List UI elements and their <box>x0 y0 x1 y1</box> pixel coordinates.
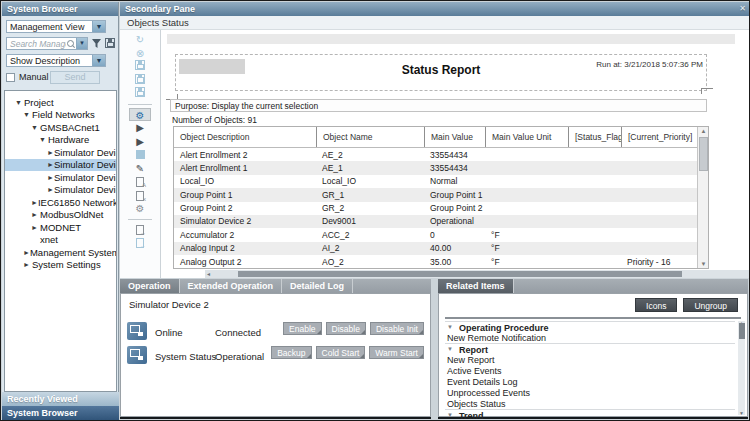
expander-closed-icon[interactable]: ► <box>47 174 54 181</box>
cold-start-button[interactable]: Cold Start <box>316 346 366 359</box>
ungroup-button[interactable]: Ungroup <box>683 298 738 312</box>
tree-item-iec61850-network1[interactable]: ►IEC61850 Network1 <box>5 196 116 209</box>
related-group-report[interactable]: ▼Report <box>445 343 735 355</box>
table-row[interactable]: Alert Enrollment 1AE_133554434 <box>174 161 697 174</box>
related-item-unprocessed-events[interactable]: Unprocessed Events <box>445 387 735 398</box>
tree-item-xnet[interactable]: xnet <box>5 234 116 247</box>
tab-extended-operation[interactable]: Extended Operation <box>180 279 283 293</box>
expander-closed-icon[interactable]: ► <box>47 161 54 168</box>
close-icon[interactable]: ✕ <box>739 4 746 13</box>
column-header[interactable]: Main Value Unit <box>485 127 568 147</box>
column-header[interactable]: Object Name <box>316 127 424 147</box>
scroll-down-icon[interactable]: ▼ <box>698 261 709 267</box>
run-options-icon[interactable]: ▶ <box>129 135 151 149</box>
save-view-icon[interactable] <box>105 38 115 48</box>
chevron-down-icon[interactable]: ▼ <box>92 55 105 66</box>
save-icon[interactable] <box>129 60 151 74</box>
table-row[interactable]: Simulator Device 2Dev9001Operational <box>174 215 697 228</box>
expander-open-icon[interactable]: ▼ <box>447 412 456 418</box>
tab-detailed-log[interactable]: Detailed Log <box>282 279 353 293</box>
chevron-down-icon[interactable]: ▼ <box>92 21 105 32</box>
export-pdf-icon[interactable]: A <box>129 175 151 189</box>
run-icon[interactable]: ▶ <box>129 121 151 135</box>
expander-open-icon[interactable]: ▼ <box>23 111 32 118</box>
settings-gear-icon[interactable]: ⚙ <box>129 108 151 122</box>
description-mode-dropdown[interactable]: Show Description ▼ <box>6 54 106 67</box>
scrollbar-thumb[interactable] <box>238 271 682 277</box>
tree-item-gmsbacnet1[interactable]: ▼GMSBACnet1 <box>5 121 116 134</box>
manual-checkbox[interactable] <box>6 73 15 82</box>
backup-button[interactable]: Backup <box>271 346 311 359</box>
disable-init-button[interactable]: Disable Init <box>370 322 424 335</box>
expander-closed-icon[interactable]: ► <box>47 149 54 156</box>
table-row[interactable]: Group Point 2GR_2Group Point 2 <box>174 202 697 215</box>
expander-closed-icon[interactable]: ► <box>31 199 38 206</box>
warm-start-button[interactable]: Warm Start <box>369 346 424 359</box>
table-vertical-scrollbar[interactable]: ▲ ▼ <box>697 127 708 268</box>
save-as-icon[interactable] <box>129 74 151 88</box>
report-horizontal-scrollbar[interactable]: ◂ ▸ <box>205 270 750 278</box>
search-input[interactable]: Search Management ▼ <box>6 37 88 50</box>
expander-open-icon[interactable]: ▼ <box>447 324 456 330</box>
tab-related-items[interactable]: Related Items <box>438 279 514 293</box>
related-item-new-report[interactable]: New Report <box>445 355 735 366</box>
tree-item-hardware[interactable]: ▼Hardware <box>5 134 116 147</box>
column-header[interactable]: [Status_Flags] <box>568 127 621 147</box>
filter-icon[interactable] <box>91 38 102 49</box>
recently-viewed-bar[interactable]: Recently Viewed <box>2 392 119 406</box>
expander-open-icon[interactable]: ▼ <box>15 99 24 106</box>
tree-item-modnet[interactable]: ►MODNET <box>5 221 116 234</box>
tree-item-project[interactable]: ▼Project <box>5 96 116 109</box>
save-all-icon[interactable] <box>129 87 151 101</box>
tree-item-simulator-device-50[interactable]: ►Simulator Device 50 <box>5 171 116 184</box>
scrollbar-thumb[interactable] <box>739 323 745 339</box>
stop-icon[interactable] <box>129 148 151 162</box>
column-header[interactable]: [Current_Priority] <box>621 127 697 147</box>
tree-item-modbusoldnet[interactable]: ►ModbusOldNet <box>5 209 116 222</box>
system-browser-tab[interactable]: System Browser <box>2 406 119 421</box>
export-icon[interactable]: → <box>129 223 151 237</box>
expander-closed-icon[interactable]: ► <box>23 261 32 268</box>
expander-open-icon[interactable]: ▼ <box>447 346 456 352</box>
scroll-down-icon[interactable]: ▼ <box>738 410 745 416</box>
view-selector-dropdown[interactable]: Management View ▼ <box>6 20 106 33</box>
expander-closed-icon[interactable]: ► <box>31 224 40 231</box>
table-row[interactable]: Analog Output 2AO_235.00°FPriority - 16 <box>174 255 697 268</box>
export-excel-icon[interactable]: x <box>129 189 151 203</box>
related-item-event-details-log[interactable]: Event Details Log <box>445 377 735 388</box>
scroll-up-icon[interactable]: ▲ <box>698 128 709 134</box>
expander-closed-icon[interactable]: ► <box>23 249 30 256</box>
table-row[interactable]: Local_IOLocal_IONormal <box>174 175 697 188</box>
scroll-left-icon[interactable]: ◂ <box>207 270 210 278</box>
edit-pen-icon[interactable]: ✎ <box>129 162 151 176</box>
related-item-objects-status[interactable]: Objects Status <box>445 398 735 409</box>
tree-item-simulator-device-2[interactable]: ►Simulator Device 2 <box>5 159 116 172</box>
disable-button[interactable]: Disable <box>326 322 366 335</box>
tab-objects-status[interactable]: Objects Status <box>120 16 750 30</box>
related-group-operating-procedure[interactable]: ▼Operating Procedure <box>445 321 735 333</box>
table-row[interactable]: Group Point 1GR_1Group Point 1 <box>174 188 697 201</box>
column-header[interactable]: Main Value <box>424 127 485 147</box>
enable-button[interactable]: Enable <box>283 322 321 335</box>
search-dropdown-icon[interactable]: ▼ <box>76 38 87 49</box>
tree-item-field-networks[interactable]: ▼Field Networks <box>5 109 116 122</box>
expander-closed-icon[interactable]: ► <box>31 211 40 218</box>
tree-item-management-system[interactable]: ►Management System <box>5 246 116 259</box>
group-objects-icon[interactable]: ⚙ <box>129 202 151 216</box>
tab-operation[interactable]: Operation <box>120 279 180 293</box>
send-button[interactable]: Send <box>50 71 100 84</box>
expander-open-icon[interactable]: ▼ <box>31 124 40 131</box>
refresh-icon[interactable]: ↻ <box>129 33 151 47</box>
import-icon[interactable]: ← <box>129 236 151 250</box>
scrollbar-thumb[interactable] <box>699 137 708 171</box>
tree-item-system-settings[interactable]: ►System Settings <box>5 259 116 272</box>
related-group-trend[interactable]: ▼Trend <box>445 409 735 421</box>
icons-button[interactable]: Icons <box>635 298 677 312</box>
related-item-new-remote-notification[interactable]: New Remote Notification <box>445 333 735 344</box>
table-row[interactable]: Accumulator 2ACC_20°F <box>174 228 697 241</box>
tree-item-simulator-device-1[interactable]: ►Simulator Device 1 <box>5 146 116 159</box>
expander-closed-icon[interactable]: ► <box>47 186 54 193</box>
related-item-active-events[interactable]: Active Events <box>445 366 735 377</box>
expander-open-icon[interactable]: ▼ <box>39 136 48 143</box>
column-header[interactable]: Object Description <box>174 127 316 147</box>
